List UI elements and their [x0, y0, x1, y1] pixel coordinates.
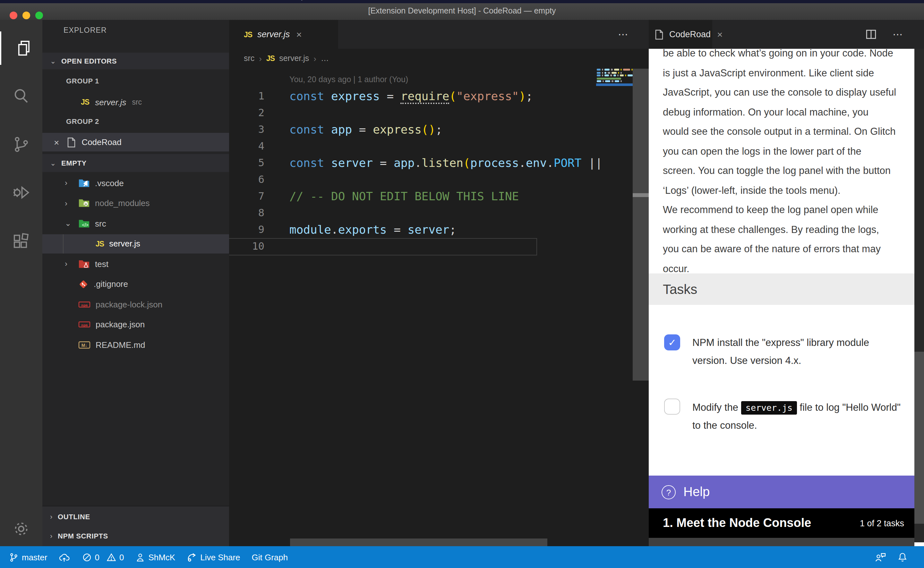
tree-item-test[interactable]: ›test: [42, 254, 229, 273]
status-item-master[interactable]: master: [9, 552, 47, 562]
outline-section-header[interactable]: › OUTLINE: [42, 506, 229, 526]
status-item-cloud-upload[interactable]: [59, 552, 70, 562]
status-item-bell[interactable]: [898, 552, 907, 562]
lesson-progress-bar[interactable]: 1. Meet the Node Console 1 of 2 tasks: [649, 508, 914, 538]
line-number: 8: [229, 205, 264, 221]
code-line-3[interactable]: 3const app = express();: [229, 121, 596, 138]
editor-group: JS server.js × ⋯ src › JS server.js › … …: [229, 20, 649, 546]
code-line-5[interactable]: 5const server = app.listen(process.env.P…: [229, 155, 596, 171]
status-item-feedback[interactable]: [874, 552, 886, 562]
js-icon: JS: [96, 240, 104, 248]
line-number: 2: [229, 104, 264, 121]
code-line-8[interactable]: 8: [229, 205, 596, 221]
menu-item-view[interactable]: View: [131, 0, 148, 1]
tab-coderoad[interactable]: CodeRoad ×: [649, 20, 712, 49]
tab-serverjs[interactable]: JS server.js ×: [229, 20, 338, 49]
activity-item-explorer[interactable]: [0, 32, 44, 65]
status-item-live-share[interactable]: Live Share: [187, 552, 240, 562]
coderoad-more-actions[interactable]: ⋯: [892, 20, 903, 49]
split-editor-button[interactable]: [865, 20, 877, 49]
svg-text:npm: npm: [81, 323, 87, 327]
breadcrumb-file[interactable]: server.js: [279, 54, 309, 63]
help-section[interactable]: ? Help: [649, 476, 914, 508]
menu-item-go[interactable]: Go: [160, 0, 170, 1]
open-editors-section-header[interactable]: ⌄ OPEN EDITORS: [42, 53, 229, 69]
tree-item--gitignore[interactable]: .gitignore: [42, 274, 229, 294]
code-line-1[interactable]: 1const express = require("express");: [229, 88, 596, 104]
task-checkbox[interactable]: [664, 399, 680, 415]
activity-item-settings-gear[interactable]: [0, 512, 42, 545]
lesson-text-line: you can open the logs in the lower part …: [663, 142, 896, 161]
code-line-9[interactable]: 9module.exports = server;: [229, 221, 596, 238]
status-item-0-0[interactable]: 0 0: [82, 552, 124, 562]
menu-item-run[interactable]: Run: [182, 0, 196, 1]
tree-item--vscode[interactable]: ›.vscode: [42, 173, 229, 193]
status-item-label: master: [22, 552, 47, 562]
close-tab-icon[interactable]: ×: [296, 29, 302, 40]
activity-item-extensions[interactable]: [0, 225, 42, 258]
scrollbar-thumb[interactable]: [914, 352, 924, 524]
minimap-line: [597, 71, 622, 74]
task-checkbox[interactable]: ✓: [664, 334, 680, 350]
tree-item-package-lock-json[interactable]: npmpackage-lock.json: [42, 295, 229, 314]
lesson-text-line: JavaScript, you can use the console to d…: [663, 83, 896, 103]
task-description: NPM install the "express" library module…: [692, 334, 904, 370]
webview-footer-strip: [649, 538, 914, 546]
tree-item-node-modules[interactable]: ›jsnode_modules: [42, 193, 229, 213]
editor-horizontal-scrollbar[interactable]: [290, 538, 547, 546]
lesson-text-line: screen. You can toggle the log panel wit…: [663, 161, 896, 181]
chevron-right-icon: ›: [50, 512, 53, 520]
scrollbar-thumb[interactable]: [633, 193, 649, 197]
menu-item-terminal[interactable]: Terminal: [208, 0, 238, 1]
code-line-6[interactable]: 6: [229, 171, 596, 188]
open-editor-item-serverjs[interactable]: JS server.js src: [42, 93, 229, 111]
minimap[interactable]: [596, 67, 633, 106]
menu-item-file[interactable]: File: [37, 0, 50, 1]
menu-item-code[interactable]: Code: [6, 0, 25, 1]
javascript-file-icon: JS: [244, 30, 252, 38]
breadcrumb[interactable]: src › JS server.js › …: [244, 49, 329, 68]
close-tab-icon[interactable]: ×: [717, 29, 723, 40]
chevron-right-icon: ›: [65, 259, 74, 268]
menu-item-window[interactable]: Window: [250, 0, 277, 1]
breadcrumb-folder[interactable]: src: [244, 54, 255, 63]
folder-section-header-empty[interactable]: ⌄ EMPTY: [42, 154, 229, 172]
breadcrumb-symbol[interactable]: …: [321, 54, 329, 63]
npm-scripts-section-header[interactable]: › NPM SCRIPTS: [42, 526, 229, 545]
coderoad-tab-bar: CodeRoad × ⋯: [649, 20, 924, 49]
minimap-line: [597, 74, 633, 76]
code-line-2[interactable]: 2: [229, 104, 596, 121]
menu-item-edit[interactable]: Edit: [62, 0, 75, 1]
tree-item-server-js[interactable]: JSserver.js: [42, 234, 229, 253]
editor-group-2-label: GROUP 2: [66, 118, 99, 125]
current-line-highlight: [229, 238, 537, 255]
menu-item-selection[interactable]: Selection: [87, 0, 119, 1]
webview-scrollbar[interactable]: [914, 49, 924, 546]
tree-item-readme-md[interactable]: M↓README.md: [42, 335, 229, 354]
macos-menu-bar[interactable]: CodeFileEditSelectionViewGoRunTerminalWi…: [0, 0, 924, 3]
activity-item-source-control[interactable]: [0, 128, 42, 161]
lesson-text-line: be able to check what’s going on in your…: [663, 49, 896, 63]
status-item-shmck[interactable]: ShMcK: [136, 552, 175, 562]
code-line-7[interactable]: 7// -- DO NOT EDIT BELOW THIS LINE: [229, 188, 596, 205]
editor-group-1-label: GROUP 1: [66, 77, 99, 85]
lesson-text-line: ‘Logs’ (lower-left, inside the tools men…: [663, 181, 896, 200]
close-icon[interactable]: ×: [54, 137, 59, 147]
activity-item-search[interactable]: [0, 79, 42, 112]
tree-item-src[interactable]: ⌄</>src: [42, 214, 229, 233]
warning-triangle-icon: [107, 552, 116, 562]
activity-item-run-debug[interactable]: [0, 176, 42, 209]
live-share-icon: [187, 552, 197, 562]
tree-item-package-json[interactable]: npmpackage.json: [42, 315, 229, 334]
editor-vertical-scrollbar[interactable]: [633, 69, 649, 381]
open-editor-item-coderoad[interactable]: × CodeRoad: [42, 133, 229, 151]
chevron-right-icon: ›: [50, 532, 53, 540]
editor-more-actions[interactable]: ⋯: [618, 20, 628, 49]
test-folder-icon: [78, 259, 90, 269]
feedback-icon: [874, 552, 886, 562]
status-item-git-graph[interactable]: Git Graph: [252, 552, 288, 562]
breadcrumb-separator: ›: [259, 54, 262, 63]
menu-item-help[interactable]: Help: [289, 0, 305, 1]
code-line-10[interactable]: 10: [229, 238, 596, 255]
code-line-4[interactable]: 4: [229, 138, 596, 155]
